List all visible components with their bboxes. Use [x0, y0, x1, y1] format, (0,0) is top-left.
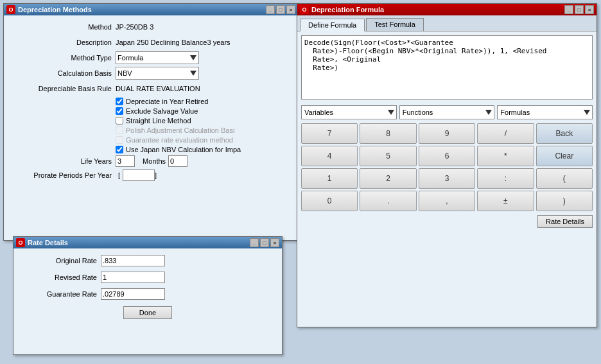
dep-methods-titlebar: O Depreciation Methods _ □ × — [4, 4, 298, 15]
rate-details-minimize[interactable]: _ — [250, 238, 259, 247]
exclude-salvage-label: Exclude Salvage Value — [126, 107, 198, 115]
dep-year-retired-row: Depreciate in Year Retired — [116, 98, 293, 105]
guarantee-rate-label: Guarantee rate evaluation method — [126, 136, 233, 144]
rate-details-close[interactable]: × — [270, 238, 279, 247]
use-japan-nbv-label: Use Japan NBV Calculation for Impa — [126, 146, 241, 153]
dep-methods-content: Method JP-250DB 3 Description Japan 250 … — [4, 15, 298, 240]
prorate-label: Prorate Periods Per Year — [9, 171, 112, 179]
life-years-input[interactable] — [116, 155, 135, 167]
original-rate-label: Original Rate — [20, 257, 97, 264]
dep-formula-minimize[interactable]: _ — [564, 5, 573, 14]
straight-line-label: Straight Line Method — [126, 117, 191, 125]
description-label: Description — [9, 39, 112, 46]
polish-adj-row: Polish Adjustment Calculation Basi — [116, 126, 293, 134]
months-label: Months — [143, 157, 166, 165]
prorate-bracket-close: ] — [155, 171, 157, 179]
btn-back[interactable]: Back — [536, 123, 593, 144]
btn-8[interactable]: 8 — [360, 123, 416, 144]
tab-test-formula[interactable]: Test Formula — [366, 18, 424, 31]
dep-formula-icon: O — [300, 5, 309, 14]
calc-basis-row: Calculation Basis NBV — [9, 67, 293, 80]
btn-plusminus[interactable]: ± — [477, 191, 534, 211]
calculator-grid: 7 8 9 / Back 4 5 6 * Clear 1 2 3 : ( 0 .… — [301, 123, 593, 211]
btn-clear[interactable]: Clear — [536, 146, 593, 166]
dep-year-retired-checkbox[interactable] — [116, 98, 123, 105]
btn-slash[interactable]: / — [477, 123, 534, 144]
dep-year-retired-label: Depreciate in Year Retired — [126, 98, 208, 105]
method-row: Method JP-250DB 3 — [9, 21, 293, 33]
btn-3[interactable]: 3 — [419, 168, 475, 189]
dep-methods-maximize[interactable]: □ — [276, 5, 285, 14]
dep-formula-restore[interactable]: □ — [575, 5, 584, 14]
btn-2[interactable]: 2 — [360, 168, 416, 189]
life-years-label: Life Years — [9, 157, 112, 165]
btn-star[interactable]: * — [477, 146, 534, 166]
prorate-input[interactable] — [123, 169, 155, 181]
btn-4[interactable]: 4 — [301, 146, 358, 166]
btn-1[interactable]: 1 — [301, 168, 358, 189]
prorate-bracket-open: [ — [118, 171, 120, 179]
done-button[interactable]: Done — [123, 306, 172, 319]
btn-dot[interactable]: . — [360, 191, 416, 211]
depreciation-formula-window: O Depreciation Formula _ □ × Define Form… — [297, 3, 597, 327]
guarantee-rate-checkbox — [116, 136, 123, 144]
calc-basis-label: Calculation Basis — [9, 69, 112, 77]
method-type-select[interactable]: Formula — [116, 51, 199, 64]
dep-basis-rule-value: DUAL RATE EVALUATION — [116, 85, 200, 92]
prorate-row: Prorate Periods Per Year [ ] — [9, 169, 293, 181]
method-type-row: Method Type Formula — [9, 51, 293, 64]
btn-9[interactable]: 9 — [419, 123, 475, 144]
dep-methods-controls: _ □ × — [266, 5, 295, 14]
revised-rate-row: Revised Rate — [20, 272, 275, 283]
formulas-select[interactable]: Formulas — [497, 105, 593, 119]
dep-methods-close[interactable]: × — [286, 5, 295, 14]
original-rate-row: Original Rate — [20, 255, 275, 266]
rate-details-controls: _ □ × — [250, 238, 279, 247]
use-japan-nbv-checkbox[interactable] — [116, 146, 123, 153]
method-type-label: Method Type — [9, 54, 112, 62]
dep-methods-title: Depreciation Methods — [18, 6, 92, 13]
rate-details-restore[interactable]: □ — [260, 238, 269, 247]
polish-adj-label: Polish Adjustment Calculation Basi — [126, 126, 234, 134]
dep-formula-content: Define Formula Test Formula Variables Fu… — [297, 15, 597, 327]
formula-textarea[interactable] — [301, 35, 593, 100]
exclude-salvage-checkbox[interactable] — [116, 107, 123, 115]
btn-7[interactable]: 7 — [301, 123, 358, 144]
dep-formula-close[interactable]: × — [585, 5, 594, 14]
dep-formula-controls: _ □ × — [564, 5, 594, 14]
original-rate-input[interactable] — [101, 255, 165, 266]
variables-select[interactable]: Variables — [301, 105, 397, 119]
dep-methods-icon: O — [6, 5, 15, 14]
revised-rate-input[interactable] — [101, 272, 165, 283]
formula-textarea-wrapper — [301, 35, 593, 101]
rate-details-icon: O — [16, 238, 25, 247]
description-value: Japan 250 Declining Balance3 years — [116, 39, 231, 46]
dep-basis-rule-row: Depreciable Basis Rule DUAL RATE EVALUAT… — [9, 82, 293, 95]
rate-details-container: Rate Details — [301, 215, 593, 228]
straight-line-checkbox[interactable] — [116, 117, 123, 125]
depreciation-methods-window: O Depreciation Methods _ □ × Method JP-2… — [3, 3, 299, 241]
guarantee-rate-input[interactable] — [101, 288, 165, 300]
btn-comma[interactable]: , — [419, 191, 475, 211]
rate-details-content: Original Rate Revised Rate Guarantee Rat… — [13, 248, 282, 354]
btn-0[interactable]: 0 — [301, 191, 358, 211]
btn-6[interactable]: 6 — [419, 146, 475, 166]
rate-details-button[interactable]: Rate Details — [537, 215, 593, 228]
rate-details-title: Rate Details — [28, 239, 68, 247]
revised-rate-label: Revised Rate — [20, 273, 97, 281]
tab-define-formula[interactable]: Define Formula — [300, 19, 365, 31]
method-label: Method — [9, 23, 112, 31]
btn-5[interactable]: 5 — [360, 146, 416, 166]
months-input[interactable] — [168, 155, 187, 167]
description-row: Description Japan 250 Declining Balance3… — [9, 36, 293, 49]
functions-select[interactable]: Functions — [399, 105, 495, 119]
guarantee-rate-label: Guarantee Rate — [20, 290, 97, 298]
rate-details-window: O Rate Details _ □ × Original Rate Revis… — [13, 236, 283, 355]
dep-methods-minimize[interactable]: _ — [266, 5, 275, 14]
btn-open-paren[interactable]: ( — [536, 168, 593, 189]
btn-close-paren[interactable]: ) — [536, 191, 593, 211]
btn-colon[interactable]: : — [477, 168, 534, 189]
calc-basis-select[interactable]: NBV — [116, 67, 199, 80]
dep-formula-titlebar: O Depreciation Formula _ □ × — [297, 4, 597, 15]
straight-line-row: Straight Line Method — [116, 117, 293, 125]
